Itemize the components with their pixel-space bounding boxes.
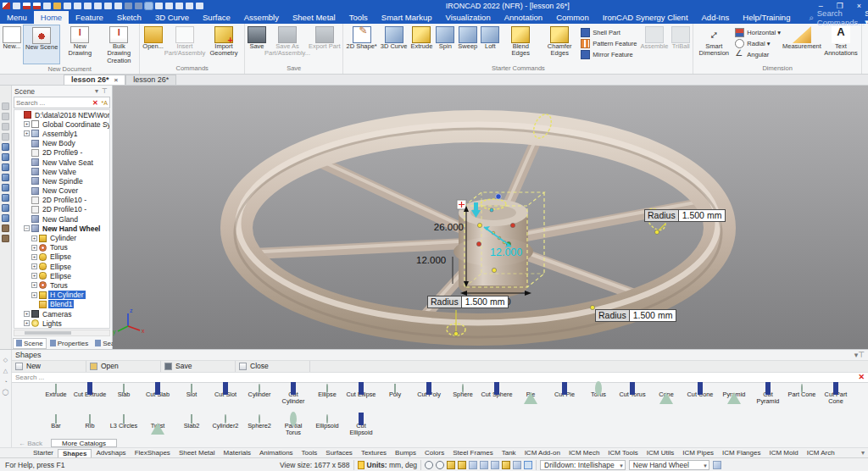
shaded-cube-icon[interactable]	[447, 461, 455, 469]
tree-item-d-data-2018-new-word-tech-ne[interactable]: D:\data\2018 NEW\Word\TECH-NE	[14, 110, 109, 119]
loft-button[interactable]: Loft	[479, 25, 501, 64]
config-icon[interactable]	[713, 461, 721, 469]
catalog-overflow-icon[interactable]: ▾	[861, 449, 868, 457]
expand-plus-icon[interactable]: +	[31, 292, 37, 298]
catalog-item-cut-sphere[interactable]: Cut Sphere	[480, 385, 514, 398]
expand-plus-icon[interactable]: +	[24, 311, 30, 317]
3d-curve-button[interactable]: 3D Curve	[379, 25, 409, 64]
render-icon[interactable]	[145, 3, 153, 9]
tree-item-2d-profile9[interactable]: 2D Profile9 -	[14, 148, 109, 158]
catalog-item-sphere[interactable]: Sphere	[446, 385, 480, 398]
tree-item-ellipse[interactable]: +Ellipse	[14, 271, 109, 280]
radius-dimension-label[interactable]: Radius1.500 mm	[644, 209, 726, 222]
save-icon[interactable]	[64, 3, 71, 9]
add-annotation-icon[interactable]	[104, 3, 112, 9]
tree-item-ellipse[interactable]: +Ellipse	[14, 252, 109, 262]
left-dock-icon[interactable]	[2, 184, 9, 191]
catalog-tab-icm-pipes[interactable]: ICM Pipes	[678, 449, 718, 457]
left-dock-icon[interactable]	[2, 143, 9, 151]
selection-dropdown[interactable]: New Hand Wheel	[629, 460, 709, 470]
panel-tab-scene[interactable]: Scene	[13, 338, 47, 349]
catalog-item-cut-slab[interactable]: Cut Slab	[141, 385, 175, 398]
more-catalogs-button[interactable]: More Catalogs	[51, 439, 117, 447]
catalog-tab-bumps[interactable]: Bumps	[391, 449, 420, 457]
catalog-new-button[interactable]: New	[12, 361, 86, 372]
tree-item-lights[interactable]: +Lights	[14, 319, 109, 328]
pattern-feature-button[interactable]: Pattern Feature	[579, 38, 638, 49]
save-as-part-assembly-button[interactable]: Save As Part/Assembly...	[268, 25, 307, 64]
new-scene-button[interactable]: New Scene	[23, 25, 60, 64]
menu-tab-menu[interactable]: Menu	[0, 11, 34, 24]
panel-dropdown-icon[interactable]: ▾	[93, 87, 100, 95]
catalog-item-cylinder2[interactable]: Cylinder2	[209, 416, 242, 429]
display-icon[interactable]	[165, 3, 173, 9]
render-cube-icon[interactable]	[502, 461, 510, 469]
catalog-tab-sheet-metal[interactable]: Sheet Metal	[175, 449, 220, 457]
2d-shape-button[interactable]: 2D Shape*	[344, 25, 378, 64]
bulk-drawing-creation-button[interactable]: Bulk Drawing Creation	[99, 25, 138, 64]
drilldown-dropdown[interactable]: Drilldown: Intellishape	[540, 460, 626, 470]
menu-tab-sheet-metal[interactable]: Sheet Metal	[286, 11, 342, 24]
undo-icon[interactable]	[125, 3, 132, 9]
catalog-item-poly[interactable]: Poly	[378, 385, 412, 398]
catalog-tab-materials[interactable]: Materials	[220, 449, 255, 457]
document-tab[interactable]: lesson 26*×	[64, 75, 125, 85]
tree-item-new-valve[interactable]: New Valve	[14, 167, 109, 176]
gutter-shape-icon[interactable]: ◇	[3, 357, 8, 363]
list-icon[interactable]	[186, 3, 193, 9]
left-dock-icon[interactable]	[2, 113, 9, 120]
catalog-item-sphere2[interactable]: Sphere2	[242, 416, 276, 429]
catalog-item-cone[interactable]: Cone	[649, 385, 683, 398]
menu-tab-tools[interactable]: Tools	[342, 11, 375, 24]
catalog-item-cut-poly[interactable]: Cut Poly	[412, 385, 446, 398]
left-dock-icon[interactable]	[2, 163, 9, 171]
catalog-item-rib[interactable]: Rib	[73, 416, 107, 429]
back-button[interactable]: ← Back	[12, 440, 49, 447]
print-icon[interactable]	[84, 3, 92, 9]
catalog-item-cut-part-cone[interactable]: Cut Part Cone	[819, 385, 853, 405]
scene-search-input[interactable]	[14, 99, 91, 107]
units-value[interactable]: mm, deg	[389, 461, 417, 469]
catalog-item-twist[interactable]: Twist	[141, 416, 175, 429]
catalog-item-l3-circles[interactable]: L3 Circles	[107, 416, 141, 429]
catalog-item-cut-ellipse[interactable]: Cut Ellipse	[344, 385, 378, 398]
menu-tab-annotation[interactable]: Annotation	[498, 11, 549, 24]
left-dock-icon[interactable]	[2, 194, 9, 202]
tree-item-new-valve-seat[interactable]: New Valve Seat	[14, 158, 109, 167]
tree-item-new-hand-wheel[interactable]: –New Hand Wheel	[14, 224, 109, 233]
catalog-tab-steel-frames[interactable]: Steel Frames	[448, 449, 498, 457]
left-dock-icon[interactable]	[2, 174, 9, 181]
left-dock-icon[interactable]	[2, 123, 9, 130]
tree-item-torus[interactable]: +Torus	[14, 280, 109, 290]
render-cube-icon[interactable]	[458, 461, 466, 469]
import-geometry-button[interactable]: Import Geometry	[204, 25, 243, 64]
expand-plus-icon[interactable]: +	[24, 130, 30, 136]
radius-dimension-label[interactable]: Radius1.500 mm	[595, 309, 676, 322]
catalog-item-pyramid[interactable]: Pyramid	[717, 385, 751, 398]
catalog-item-cut-pyramid[interactable]: Cut Pyramid	[751, 385, 785, 405]
left-dock-icon[interactable]	[2, 153, 9, 161]
tree-item-assembly1[interactable]: +Assembly1	[14, 129, 109, 138]
menu-tab-assembly[interactable]: Assembly	[237, 11, 286, 24]
gutter-shape-icon[interactable]: ◔	[3, 379, 7, 385]
radius-dimension-label[interactable]: Radius1.500 mm	[427, 296, 509, 308]
tree-item-new-body[interactable]: New Body	[14, 139, 109, 148]
clear-search-icon[interactable]: ✕	[91, 99, 100, 107]
expand-plus-icon[interactable]: +	[31, 263, 37, 269]
tree-item-blend1[interactable]: Blend1	[14, 300, 109, 309]
expand-minus-icon[interactable]: –	[24, 225, 30, 231]
image-icon[interactable]	[175, 3, 183, 9]
3d-viewport[interactable]: 26.000 12.000 12.000 12.000	[113, 86, 868, 349]
catalog-item-slot[interactable]: Slot	[175, 385, 209, 398]
tree-item-2d-profile10[interactable]: 2D Profile10 -	[14, 196, 109, 205]
chamfer-edges-button[interactable]: Chamfer Edges	[540, 25, 579, 64]
rotate-view-icon[interactable]	[513, 461, 521, 469]
select-tool-icon[interactable]	[524, 461, 532, 469]
left-dock-icon[interactable]	[2, 214, 9, 222]
menu-tab-home[interactable]: Home	[34, 11, 69, 24]
menu-tab-visualization[interactable]: Visualization	[439, 11, 498, 24]
menu-tab-smart-markup[interactable]: Smart Markup	[375, 11, 439, 24]
panel-pin-icon[interactable]: ⊤	[858, 351, 865, 359]
menu-tab-ironcad-synergy-client[interactable]: IronCAD Synergy Client	[596, 11, 695, 24]
tree-item-ellipse[interactable]: +Ellipse	[14, 262, 109, 271]
